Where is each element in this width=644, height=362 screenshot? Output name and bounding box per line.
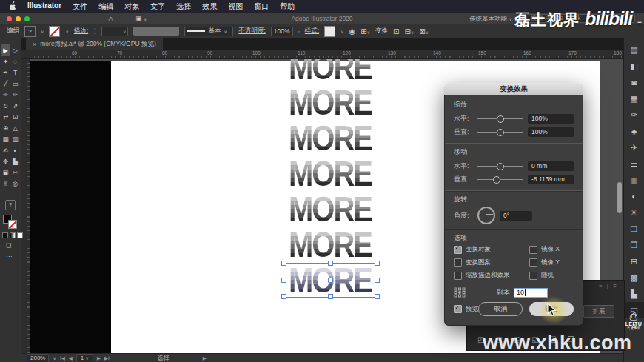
move-vertical-value[interactable]: -8.1139 mm <box>528 175 574 184</box>
color-guide-panel[interactable]: ◙ <box>624 74 644 90</box>
ruler-origin-corner[interactable] <box>21 50 30 59</box>
none-button[interactable] <box>17 232 23 238</box>
help-button[interactable]: ? <box>5 200 16 210</box>
menu-item-6[interactable]: 效果 <box>202 1 217 12</box>
selection-center-point[interactable] <box>328 278 333 283</box>
close-tab-icon[interactable]: × <box>33 41 36 48</box>
chevron-down-icon[interactable]: ∨ <box>65 29 68 34</box>
rotate-tool[interactable]: ↻ <box>1 100 10 111</box>
reflect-x-checkbox[interactable] <box>529 246 537 254</box>
chevron-down-icon[interactable]: ∨ <box>341 29 343 34</box>
export-panel[interactable]: ❐ <box>624 237 644 253</box>
document-setup-icon[interactable]: ⊞∨ <box>360 27 370 36</box>
draw-mode-button[interactable]: ❏ <box>6 242 11 249</box>
chevron-down-icon[interactable]: ∨ <box>53 355 56 361</box>
panel-menu-icon[interactable]: » | ≡ <box>599 283 618 289</box>
transparency-panel[interactable]: ◐ <box>624 188 644 204</box>
libraries-panel[interactable]: ▤ <box>624 41 644 58</box>
document-tab[interactable]: × more海报.ai* @ 200% (CMYK/GPU 预览) <box>26 38 163 50</box>
style-link[interactable]: 样式: <box>305 27 319 36</box>
move-horizontal-value[interactable]: 0 mm <box>528 161 574 171</box>
share-panel[interactable]: ✈ <box>624 139 644 155</box>
last-artboard-icon[interactable]: ▶Ⅰ <box>104 355 110 361</box>
move-horizontal-slider[interactable] <box>477 166 523 167</box>
eyedropper-tool[interactable]: ✍ <box>1 144 10 155</box>
previous-artboard-icon[interactable]: ◀ <box>69 355 73 361</box>
scale-vertical-value[interactable]: 100% <box>528 127 574 137</box>
selection-handle[interactable] <box>375 261 380 266</box>
scale-vertical-slider[interactable] <box>477 132 523 133</box>
selection-handle[interactable] <box>328 294 333 299</box>
preview-checkbox-row[interactable]: 预览 <box>454 305 478 314</box>
symbols-panel[interactable]: ♣ <box>624 123 644 139</box>
align-objects-icon[interactable]: ⊡ <box>393 27 399 36</box>
dialog-title[interactable]: 变换效果 <box>444 83 583 95</box>
reflect-y-checkbox[interactable] <box>529 258 537 267</box>
black-rectangle-artwork[interactable] <box>30 61 111 353</box>
color-panel[interactable]: ◧ <box>624 58 644 74</box>
blend-tool[interactable]: ◐ <box>10 144 20 155</box>
width-tool[interactable]: ⇄ <box>1 111 10 122</box>
gradient-button[interactable] <box>10 232 16 238</box>
slice-tool[interactable]: ✂ <box>10 167 20 178</box>
width-profile-preview[interactable] <box>133 27 179 36</box>
color-button[interactable] <box>2 232 8 238</box>
scale-strokes-effects-checkbox[interactable] <box>454 272 462 280</box>
slider-knob[interactable] <box>497 163 504 170</box>
artboard-number-field[interactable]: 1 ∨ <box>76 354 93 362</box>
menu-item-5[interactable]: 选择 <box>176 1 191 12</box>
chevron-right-icon[interactable]: › <box>298 29 300 33</box>
stroke-panel[interactable]: ☰ <box>624 155 644 172</box>
stroke-color-swatch[interactable] <box>49 26 60 37</box>
next-artboard-icon[interactable]: ▶ <box>97 355 101 361</box>
scale-horizontal-value[interactable]: 100% <box>528 114 574 124</box>
status-menu-icon[interactable]: ▶ <box>203 355 207 361</box>
first-artboard-icon[interactable]: Ⅰ◀ <box>60 355 65 361</box>
scale-tool[interactable]: ⇗ <box>10 100 20 111</box>
menu-item-1[interactable]: 文件 <box>73 1 87 12</box>
free-transform-tool[interactable]: ⊡ <box>10 111 20 122</box>
appearance-panel[interactable]: ☀ <box>624 204 644 221</box>
recolor-artwork-icon[interactable]: ◉ <box>349 27 356 36</box>
reference-point-proxy-icon[interactable] <box>454 287 466 298</box>
transform-patterns-checkbox[interactable] <box>454 258 462 267</box>
zoom-level-field[interactable]: 200% <box>27 354 49 362</box>
stroke-none-swatch[interactable] <box>8 220 17 229</box>
pencil-tool[interactable]: ✏ <box>10 89 20 100</box>
scale-strokes-effects-row[interactable]: 缩放描边和效果 <box>454 271 525 280</box>
expand-button[interactable]: 扩展 <box>583 305 614 318</box>
random-checkbox[interactable] <box>529 272 537 280</box>
symbol-sprayer-tool[interactable]: ❉ <box>1 155 10 167</box>
graph-tool[interactable]: ▙ <box>10 155 20 167</box>
artboards-panel[interactable]: ⊞ <box>624 253 644 269</box>
scale-horizontal-slider[interactable] <box>477 118 523 119</box>
opacity-link[interactable]: 不透明度: <box>238 27 265 36</box>
workspace-switcher[interactable]: 传统基本功能 ∨ <box>469 15 512 24</box>
fill-color-swatch[interactable]: ? <box>24 26 36 37</box>
selection-handle[interactable] <box>281 294 286 299</box>
isolate-icon[interactable]: ⊠∨ <box>419 27 429 36</box>
artboard-tool[interactable]: ▣ <box>1 167 10 178</box>
style-swatch[interactable] <box>324 26 335 37</box>
opacity-value-field[interactable]: 100% <box>271 27 293 36</box>
stroke-width-stepper[interactable]: ⌃⌄ <box>93 28 96 34</box>
rectangle-tool[interactable]: ▭ <box>10 78 20 89</box>
gradient-tool[interactable]: ▥ <box>10 133 20 144</box>
direct-selection-tool[interactable]: ▷ <box>10 44 20 56</box>
paintbrush-tool[interactable]: ✑ <box>1 89 10 100</box>
move-vertical-slider[interactable] <box>477 179 523 180</box>
menu-item-4[interactable]: 文字 <box>150 1 165 12</box>
reflect-y-row[interactable]: 镜像 Y <box>529 258 560 267</box>
hand-tool[interactable]: ✌ <box>1 178 10 189</box>
random-row[interactable]: 随机 <box>529 271 560 280</box>
transform-link[interactable]: 变换 <box>375 27 388 36</box>
shape-builder-tool[interactable]: ⊕ <box>1 122 10 133</box>
pattern-options-panel[interactable]: ▩ <box>624 269 644 286</box>
slider-knob[interactable] <box>497 129 504 136</box>
pen-tool[interactable]: ✒ <box>1 67 10 78</box>
selection-handle[interactable] <box>281 278 286 283</box>
slider-knob[interactable] <box>493 176 500 184</box>
line-tool[interactable]: ╱ <box>1 78 10 89</box>
arrange-icon[interactable]: ⊟∨ <box>404 27 414 36</box>
reflect-x-row[interactable]: 镜像 X <box>529 245 560 254</box>
